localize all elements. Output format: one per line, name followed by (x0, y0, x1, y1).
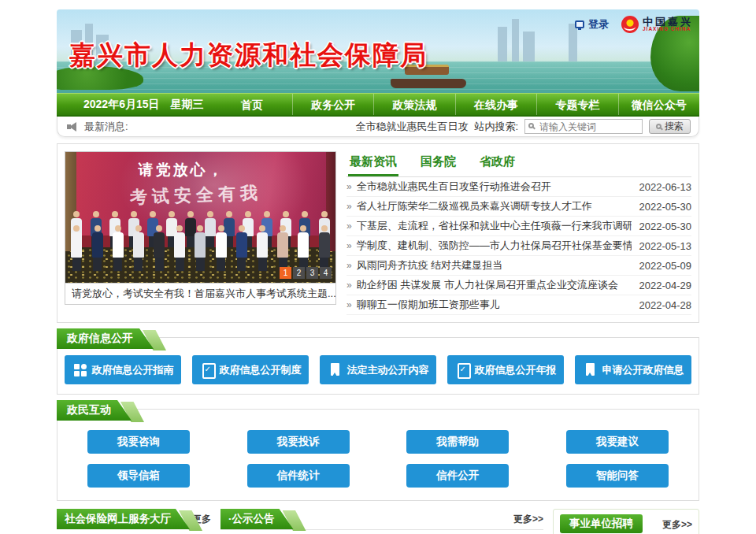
gov-info-button[interactable]: 法定主动公开内容 (320, 355, 436, 384)
gov-info-button[interactable]: 政府信息公开指南 (65, 355, 181, 384)
site-search-label: 站内搜索: (474, 120, 518, 134)
double-arrow-icon (346, 201, 352, 212)
logo-en: JIAXING CHINA (643, 27, 693, 32)
login-button[interactable]: 登录 (575, 17, 609, 32)
crowd-front-row (71, 225, 330, 271)
news-tab[interactable]: 最新资讯 (348, 151, 398, 176)
news-tab[interactable]: 国务院 (419, 151, 458, 176)
speaker-icon (67, 122, 78, 132)
main-content: 请党放心， 考试安全有我 1234 请党放心，考试安全有我！首届嘉兴市人事考试系… (57, 143, 699, 323)
news-tab[interactable]: 省政府 (478, 151, 517, 176)
news-tabs: 最新资讯国务院省政府 (346, 151, 691, 177)
social-panel-header: 社会保险网上服务大厅 (57, 509, 190, 529)
news-item[interactable]: 聊聊五一假期加班工资那些事儿 2022-04-28 (346, 295, 691, 315)
interaction-header: 政民互动 (57, 400, 132, 421)
button-icon (72, 363, 87, 376)
recruitment-panel: 事业单位招聘 更多>> 嘉兴市妇幼保健院2022年公开...2022年嘉兴市属事… (553, 509, 699, 534)
carousel-pager: 1234 (280, 267, 332, 279)
news-item[interactable]: 全市稳就业惠民生百日攻坚行动推进会召开 2022-06-13 (346, 177, 691, 197)
gov-info-button[interactable]: 政府信息公开制度 (192, 355, 309, 384)
ticker-scrolling-text[interactable]: 全市稳就业惠民生百日攻 (355, 120, 468, 134)
double-arrow-icon (346, 221, 352, 232)
gov-info-header: 政府信息公开 (57, 328, 154, 349)
page: 嘉兴市人力资源和社会保障局 登录 中国嘉兴 JIAXING CHINA 2022… (57, 0, 699, 534)
double-arrow-icon (346, 240, 352, 251)
button-icon (328, 363, 343, 376)
carousel-page-button[interactable]: 1 (280, 267, 291, 279)
search-button[interactable]: 搜索 (649, 119, 691, 134)
interaction-button[interactable]: 信件公开 (406, 464, 509, 488)
nav-item[interactable]: 微信公众号 (618, 94, 699, 115)
carousel-caption[interactable]: 请党放心，考试安全有我！首届嘉兴市人事考试系统主题... (65, 284, 336, 305)
interaction-button[interactable]: 我需帮助 (406, 430, 509, 454)
login-icon (575, 20, 584, 28)
button-icon (200, 363, 215, 376)
nav-item[interactable]: 在线办事 (455, 94, 536, 115)
search-input[interactable] (524, 119, 643, 134)
recruitment-header: 事业单位招聘 (560, 514, 643, 533)
photo-carousel: 请党放心， 考试安全有我 1234 请党放心，考试安全有我！首届嘉兴市人事考试系… (65, 151, 336, 315)
news-list: 全市稳就业惠民生百日攻坚行动推进会召开 2022-06-13 省人社厅陈荣华二级… (346, 177, 691, 315)
interaction-button[interactable]: 我要建议 (566, 430, 669, 454)
news-item[interactable]: 风雨同舟齐抗疫 结对共建显担当 2022-05-09 (346, 256, 691, 276)
recruitment-more-link[interactable]: 更多>> (662, 514, 692, 532)
double-arrow-icon (346, 299, 352, 310)
login-label: 登录 (588, 17, 609, 32)
carousel-photo[interactable]: 请党放心， 考试安全有我 1234 (65, 151, 336, 284)
nav-item[interactable]: 专题专栏 (536, 94, 617, 115)
photo-banner-text1: 请党放心， (139, 160, 225, 180)
double-arrow-icon (346, 280, 352, 291)
notice-panel-header: ·公示公告 (220, 509, 294, 529)
social-insurance-panel: 社会保险网上服务大厅 更多 个人(单位)社保证明打印办事指南 (57, 509, 211, 534)
bottom-row: 社会保险网上服务大厅 更多 个人(单位)社保证明打印办事指南 ·公示公告 更多>… (57, 509, 699, 534)
interaction-button[interactable]: 智能问答 (566, 464, 669, 488)
news-item[interactable]: 省人社厅陈荣华二级巡视员来嘉兴调研专技人才工作 2022-05-30 (346, 197, 691, 217)
nav-menu: 首页政务公开政策法规在线办事专题专栏微信公众号 (212, 94, 699, 115)
news-ticker-bar: 最新消息: 全市稳就业惠民生百日攻 站内搜索: 搜索 (57, 117, 699, 137)
section-gov-info: 政府信息公开 政府信息公开指南 政府信息公开制度 法定主动公开内容 政府信息公开… (57, 328, 699, 395)
main-nav: 2022年6月15日星期三 首页政务公开政策法规在线办事专题专栏微信公众号 (57, 93, 699, 117)
interaction-button[interactable]: 我要咨询 (87, 430, 190, 454)
news-item[interactable]: 学制度、建机制、强防控——市人力社保局召开社保基金要情专题学习会 2022-05… (346, 236, 691, 256)
nav-item[interactable]: 政策法规 (373, 94, 454, 115)
notice-panel: ·公示公告 更多>> 关于设立嘉善技工学校的公示 2022-05-18 关于公布… (220, 509, 543, 534)
photo-banner-text2: 考试安全有我 (130, 181, 263, 210)
nav-date: 2022年6月15日星期三 (57, 94, 212, 115)
jiaxing-logo: 中国嘉兴 JIAXING CHINA (621, 16, 693, 33)
interaction-button[interactable]: 领导信箱 (87, 464, 190, 488)
ticker-label: 最新消息: (84, 120, 128, 134)
button-icon (455, 363, 470, 376)
magnifier-icon (656, 124, 662, 129)
nav-item[interactable]: 政务公开 (292, 94, 373, 115)
notice-more-link[interactable]: 更多>> (513, 509, 543, 526)
gov-info-button[interactable]: 政府信息公开年报 (447, 355, 564, 384)
double-arrow-icon (346, 181, 352, 192)
carousel-page-button[interactable]: 4 (320, 267, 332, 279)
site-title: 嘉兴市人力资源和社会保障局 (69, 38, 428, 73)
section-interaction: 政民互动 我要咨询我要投诉我需帮助我要建议领导信箱信件统计信件公开智能问答 (57, 400, 699, 501)
gov-info-button[interactable]: 申请公开政府信息 (575, 355, 691, 384)
button-icon (583, 363, 598, 376)
nav-item[interactable]: 首页 (212, 94, 292, 115)
magnifier-icon (528, 123, 534, 128)
logo-swirl-icon (621, 16, 639, 33)
carousel-page-button[interactable]: 2 (293, 267, 305, 279)
banner: 嘉兴市人力资源和社会保障局 登录 中国嘉兴 JIAXING CHINA (57, 9, 699, 93)
carousel-page-button[interactable]: 3 (306, 267, 318, 279)
double-arrow-icon (346, 260, 352, 271)
news-item[interactable]: 助企纾困 共谋发展 市人力社保局召开重点企业交流座谈会 2022-04-29 (346, 276, 691, 295)
interaction-button[interactable]: 信件统计 (247, 464, 350, 488)
news-item[interactable]: 下基层、走流程，省社保和就业中心主任项薇一行来我市调研“国统”上线情况 2022… (346, 217, 691, 236)
interaction-button[interactable]: 我要投诉 (247, 430, 350, 454)
logo-cn: 中国嘉兴 (643, 17, 693, 28)
news-panel: 最新资讯国务院省政府 全市稳就业惠民生百日攻坚行动推进会召开 2022-06-1… (346, 151, 691, 315)
